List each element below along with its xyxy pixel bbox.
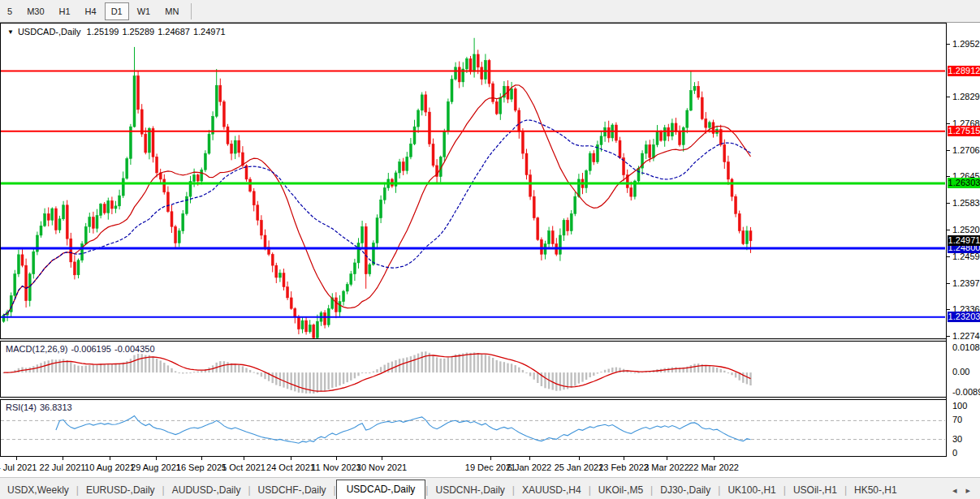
timeframe-button-h1[interactable]: H1 bbox=[53, 2, 77, 20]
date-label: 6 Jan 2022 bbox=[507, 462, 551, 472]
mt4-terminal: 5M30H1H4D1W1MN ▼USDCAD-,Daily 1.251991.2… bbox=[0, 0, 980, 499]
date-label: 29 Aug 2021 bbox=[131, 462, 181, 472]
price-tick bbox=[947, 203, 950, 204]
macd-axis-label: 0.00 bbox=[952, 367, 969, 376]
chart-title: ▼USDCAD-,Daily 1.251991.252891.246871.24… bbox=[7, 27, 229, 37]
date-tick bbox=[156, 457, 157, 460]
price-tick bbox=[947, 44, 950, 45]
date-tick bbox=[336, 457, 337, 460]
chart-tab-audusd-daily[interactable]: AUDUSD-,Daily bbox=[165, 481, 248, 499]
price-tick bbox=[947, 97, 950, 97]
date-label: 30 Nov 2021 bbox=[356, 462, 407, 472]
chart-tab-uk100-h1[interactable]: UK100-,H1 bbox=[720, 481, 783, 499]
date-label: 16 Sep 2021 bbox=[176, 462, 227, 472]
rsi-label: RSI(14)36.8313 bbox=[6, 402, 76, 412]
date-tick bbox=[624, 457, 624, 460]
date-tick bbox=[490, 457, 491, 460]
price-tick bbox=[947, 230, 950, 230]
chart-tab-usdx-weekly[interactable]: USDX,Weekly bbox=[0, 481, 76, 499]
date-tick bbox=[529, 457, 530, 460]
timeframe-button-m30[interactable]: M30 bbox=[20, 2, 50, 20]
price-axis[interactable]: 1.295251.282951.276801.270651.264501.258… bbox=[946, 23, 980, 457]
date-label: 4 Jul 2021 bbox=[0, 462, 37, 472]
timeframe-button-w1[interactable]: W1 bbox=[131, 2, 158, 20]
chart-tab-usdcnh-daily[interactable]: USDCNH-,Daily bbox=[428, 481, 512, 499]
macd-signal-value: -0.004350 bbox=[114, 344, 155, 354]
date-label: 22 Jul 2021 bbox=[40, 462, 86, 472]
price-tick-label: 1.28295 bbox=[952, 92, 980, 101]
price-tick-label: 1.27065 bbox=[952, 145, 980, 155]
chart-tab-bar: USDX,Weekly|EURUSD-,Daily|AUDUSD-,Daily|… bbox=[0, 477, 980, 499]
ohlc-high: 1.25289 bbox=[122, 27, 154, 37]
date-tick bbox=[667, 457, 667, 460]
chart-tab-usoil-h1[interactable]: USOil-,H1 bbox=[786, 481, 844, 499]
current-price-label: 1.24971 bbox=[948, 235, 980, 246]
timeframe-button-d1[interactable]: D1 bbox=[105, 2, 129, 20]
date-label: 5 Oct 2021 bbox=[222, 462, 266, 472]
macd-label: MACD(12,26,9)-0.006195-0.004350 bbox=[6, 344, 158, 354]
date-tick bbox=[714, 457, 714, 460]
date-tick bbox=[63, 457, 63, 460]
date-label: 11 Nov 2021 bbox=[311, 462, 361, 472]
price-tick bbox=[947, 309, 950, 310]
date-label: 25 Jan 2022 bbox=[555, 462, 604, 472]
chart-tab-usdchf-daily[interactable]: USDCHF-,Daily bbox=[251, 481, 334, 499]
price-tick-label: 1.22745 bbox=[952, 331, 980, 341]
symbol-dropdown-icon[interactable]: ▼ bbox=[7, 28, 14, 36]
macd-pane[interactable]: MACD(12,26,9)-0.006195-0.004350 bbox=[0, 341, 946, 398]
timeframe-button-h4[interactable]: H4 bbox=[79, 2, 103, 20]
ohlc-open: 1.25199 bbox=[87, 27, 119, 37]
date-axis[interactable]: 4 Jul 202122 Jul 202110 Aug 202129 Aug 2… bbox=[0, 457, 946, 477]
date-label: 3 Mar 2022 bbox=[644, 462, 689, 472]
chart-symbol-label: USDCAD-,Daily bbox=[18, 27, 81, 37]
macd-axis-label: 0.010869 bbox=[952, 342, 980, 352]
rsi-axis-label: 0 bbox=[952, 448, 957, 458]
date-tick bbox=[201, 457, 202, 460]
date-label: 13 Feb 2022 bbox=[598, 462, 649, 472]
macd-main-value: -0.006195 bbox=[71, 344, 111, 354]
timeframe-button-5[interactable]: 5 bbox=[1, 2, 19, 20]
rsi-pane[interactable]: RSI(14)36.8313 bbox=[0, 399, 946, 457]
price-tick-label: 1.29525 bbox=[952, 39, 980, 49]
chart-tab-eurusd-daily[interactable]: EURUSD-,Daily bbox=[79, 481, 162, 499]
date-tick bbox=[291, 457, 291, 460]
timeframe-toolbar: 5M30H1H4D1W1MN bbox=[0, 0, 980, 23]
tab-scroll-arrows[interactable]: ◂ ▸ bbox=[949, 485, 980, 499]
macd-axis-label: -0.008974 bbox=[952, 387, 980, 397]
main-chart-pane[interactable]: ▼USDCAD-,Daily 1.251991.252891.246871.24… bbox=[0, 23, 946, 339]
chart-tab-dj30-daily[interactable]: DJ30-,Daily bbox=[653, 481, 718, 499]
level-price-label: 1.28912 bbox=[948, 66, 980, 76]
rsi-axis-label: 100 bbox=[952, 401, 967, 411]
level-price-label: 1.27515 bbox=[948, 126, 980, 136]
price-tick-label: 1.23975 bbox=[952, 278, 980, 288]
rsi-chart[interactable] bbox=[1, 400, 945, 456]
date-tick bbox=[382, 457, 382, 460]
date-label: 10 Aug 2021 bbox=[84, 462, 135, 472]
price-tick bbox=[947, 336, 950, 337]
candlestick-chart[interactable] bbox=[1, 24, 945, 338]
date-label: 24 Oct 2021 bbox=[266, 462, 315, 472]
date-label: 22 Mar 2022 bbox=[689, 462, 739, 472]
date-tick bbox=[579, 457, 580, 460]
rsi-value: 36.8313 bbox=[40, 402, 72, 412]
rsi-axis-label: 70 bbox=[952, 415, 962, 424]
rsi-axis-label: 30 bbox=[952, 434, 962, 444]
price-tick bbox=[947, 123, 950, 124]
timeframe-button-mn[interactable]: MN bbox=[158, 2, 185, 20]
ohlc-close: 1.24971 bbox=[193, 27, 226, 37]
toolbar-separator bbox=[191, 3, 192, 19]
date-tick bbox=[110, 457, 110, 460]
price-tick bbox=[947, 283, 950, 284]
price-tick-label: 1.25205 bbox=[952, 225, 980, 234]
level-price-label: 1.26303 bbox=[948, 178, 980, 188]
date-tick bbox=[16, 457, 17, 460]
level-price-label: 1.23203 bbox=[948, 312, 980, 322]
chart-tab-hk50-h1[interactable]: HK50-,H1 bbox=[847, 481, 904, 499]
price-tick bbox=[947, 150, 950, 151]
price-tick-label: 1.25835 bbox=[952, 198, 980, 208]
date-tick bbox=[244, 457, 244, 460]
chart-tab-xauusd-h4[interactable]: XAUUSD-,H4 bbox=[515, 481, 589, 499]
chart-tab-usdcad-daily[interactable]: USDCAD-,Daily bbox=[336, 480, 426, 499]
chart-tab-ukoil-m5[interactable]: UKOil-,M5 bbox=[591, 481, 650, 499]
ohlc-low: 1.24687 bbox=[158, 27, 190, 37]
